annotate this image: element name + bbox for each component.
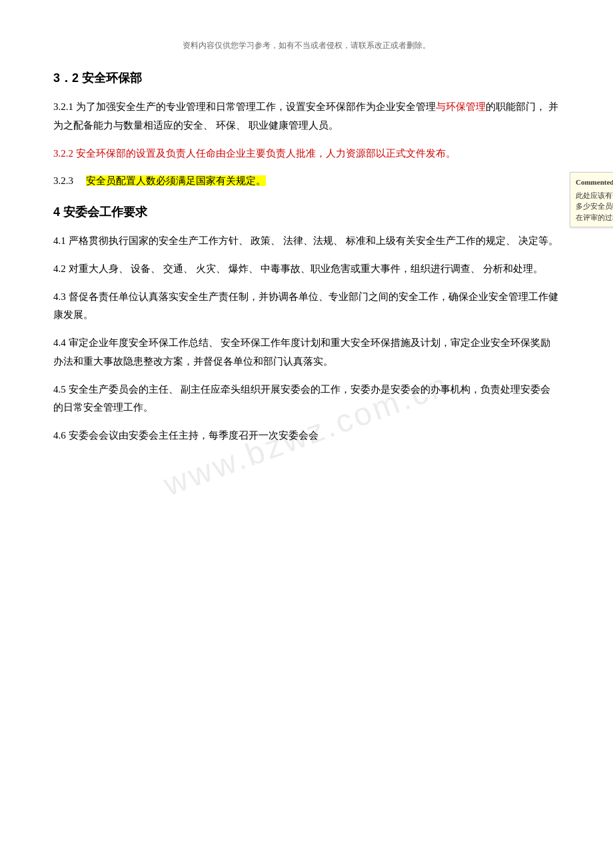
para-323-text: 3.2.3 安全员配置人数必须满足国家有关规定。 [53,172,560,191]
comment-body: 此处应该有该公司具体多少人，配备多少安全员吧？如果没有，那要自己在评审的过程中询… [576,190,613,223]
para-323-num: 3.2.3 [53,175,73,186]
para-321: 3.2.1 为了加强安全生产的专业管理和日常管理工作，设置安全环保部作为企业安全… [53,98,560,135]
doc-header-note: 资料内容仅供您学习参考，如有不当或者侵权，请联系改正或者删除。 [53,40,560,51]
para-41: 4.1 严格贯彻执行国家的安全生产工作方针、 政策、 法律、法规、 标准和上级有… [53,232,560,251]
para-323-highlight: 安全员配置人数必须满足国家有关规定。 [86,175,266,186]
page-container: www.bzwz.com.cn 资料内容仅供您学习参考，如有不当或者侵权，请联系… [0,0,613,868]
para-321-link[interactable]: 与环保管理 [436,101,486,112]
para-42: 4.2 对重大人身、 设备、 交通、 火灾、 爆炸、 中毒事故、职业危害或重大事… [53,260,560,279]
section-32-heading: 3．2 安全环保部 [53,70,560,86]
para-43: 4.3 督促各责任单位认真落实安全生产责任制，并协调各单位、专业部门之间的安全工… [53,288,560,325]
comment-title: Commented [i2]: [576,177,613,188]
page-content: www.bzwz.com.cn 资料内容仅供您学习参考，如有不当或者侵权，请联系… [0,0,613,868]
section-4-heading: 4 安委会工作要求 [53,204,560,220]
para-321-text: 3.2.1 为了加强安全生产的专业管理和日常管理工作，设置安全环保部作为企业安全… [53,101,436,112]
para-45: 4.5 安全生产委员会的主任、 副主任应牵头组织开展安委会的工作，安委办是安委会… [53,381,560,418]
para-323-container: 3.2.3 安全员配置人数必须满足国家有关规定。 Commented [i2]:… [53,172,560,191]
para-46: 4.6 安委会会议由安委会主任主持，每季度召开一次安委会会 [53,427,560,445]
para-44: 4.4 审定企业年度安全环保工作总结、 安全环保工作年度计划和重大安全环保措施及… [53,334,560,371]
para-322: 3.2.2 安全环保部的设置及负责人任命由企业主要负责人批准，人力资源部以正式文… [53,145,560,163]
comment-box: Commented [i2]: 此处应该有该公司具体多少人，配备多少安全员吧？如… [570,172,613,227]
